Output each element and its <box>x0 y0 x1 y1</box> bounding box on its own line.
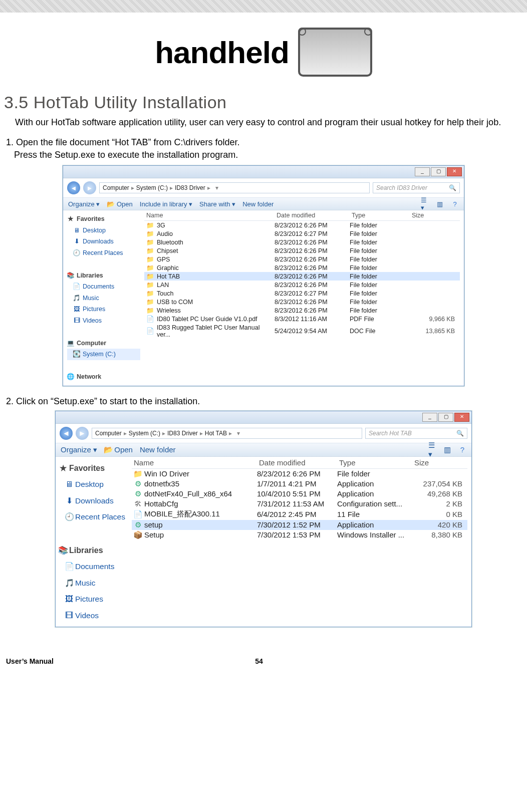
table-row[interactable]: 📁Hot TAB8/23/2012 6:26 PMFile folder <box>144 272 460 281</box>
table-row[interactable]: 📁Audio8/23/2012 6:27 PMFile folder <box>144 229 460 238</box>
table-row[interactable]: 📁USB to COM8/23/2012 6:26 PMFile folder <box>144 298 460 306</box>
breadcrumb-item[interactable]: ID83 Driver <box>167 430 198 437</box>
table-row[interactable]: 📁Wrieless8/23/2012 6:26 PMFile folder <box>144 306 460 315</box>
help-icon[interactable]: ? <box>458 446 466 454</box>
col-date[interactable]: Date modified <box>275 212 350 219</box>
nav-videos[interactable]: 🎞Videos <box>60 608 128 624</box>
breadcrumb-dropdown-icon[interactable]: ▾ <box>234 430 243 437</box>
breadcrumb-item[interactable]: Computer <box>95 430 122 437</box>
share-with-button[interactable]: Share with ▾ <box>199 200 235 208</box>
file-date-cell: 8/23/2012 6:26 PM <box>275 247 350 254</box>
close-button[interactable]: ✕ <box>454 413 469 422</box>
breadcrumb-item[interactable]: Hot TAB <box>205 430 227 437</box>
table-row[interactable]: 📁Graphic8/23/2012 6:26 PMFile folder <box>144 263 460 272</box>
table-row[interactable]: 📄MOBILE_搭配A300.116/4/2012 2:45 PM11 File… <box>132 509 467 520</box>
breadcrumb-item[interactable]: Computer <box>103 184 129 191</box>
new-folder-button[interactable]: New folder <box>242 200 274 208</box>
help-icon[interactable]: ? <box>451 200 459 208</box>
breadcrumb-item[interactable]: System (C:) <box>136 184 168 191</box>
table-row[interactable]: ⚙setup7/30/2012 1:52 PMApplication420 KB <box>132 520 467 530</box>
table-row[interactable]: 📄ID80 Tablet PC User Guide V1.0.pdf8/3/2… <box>144 315 460 323</box>
nav-favorites-header[interactable]: ★Favorites <box>67 213 140 225</box>
open-button[interactable]: 📂 Open <box>104 445 133 454</box>
new-folder-button[interactable]: New folder <box>140 445 176 454</box>
organize-button[interactable]: Organize ▾ <box>61 445 97 454</box>
view-options-icon[interactable]: ☰ ▾ <box>428 446 436 454</box>
nav-recent-places[interactable]: 🕘Recent Places <box>60 509 128 525</box>
table-row[interactable]: 🛠HottabCfg7/31/2012 11:53 AMConfiguratio… <box>132 499 467 509</box>
table-row[interactable]: 📁GPS8/23/2012 6:26 PMFile folder <box>144 255 460 263</box>
col-date[interactable]: Date modified <box>257 458 337 467</box>
breadcrumb[interactable]: Computer▸ System (C:)▸ ID83 Driver▸ ▾ <box>99 182 370 193</box>
table-row[interactable]: 📁Win IO Driver8/23/2012 6:26 PMFile fold… <box>132 469 467 479</box>
table-row[interactable]: 📦Setup7/30/2012 1:53 PMWindows Installer… <box>132 530 467 540</box>
nav-videos[interactable]: 🎞Videos <box>67 315 140 327</box>
nav-forward-button[interactable]: ► <box>83 181 96 194</box>
table-row[interactable]: 📁3G8/23/2012 6:26 PMFile folder <box>144 221 460 229</box>
nav-desktop[interactable]: 🖥Desktop <box>67 225 140 236</box>
nav-documents[interactable]: 📄Documents <box>67 281 140 293</box>
table-row[interactable]: 📁Bluetooth8/23/2012 6:26 PMFile folder <box>144 238 460 246</box>
maximize-button[interactable]: ▢ <box>431 167 446 176</box>
nav-downloads[interactable]: ⬇Downloads <box>67 236 140 247</box>
file-date-cell: 8/23/2012 6:26 PM <box>275 307 350 314</box>
nav-desktop[interactable]: 🖥Desktop <box>60 476 128 493</box>
nav-pane: ★Favorites 🖥Desktop ⬇Downloads 🕘Recent P… <box>56 457 132 627</box>
open-button[interactable]: 📂 Open <box>107 200 132 208</box>
nav-pictures[interactable]: 🖼Pictures <box>67 304 140 315</box>
table-row[interactable]: 📁Chipset8/23/2012 6:26 PMFile folder <box>144 246 460 255</box>
nav-favorites-header[interactable]: ★Favorites <box>60 460 128 477</box>
nav-pictures[interactable]: 🖼Pictures <box>60 591 128 608</box>
file-size-cell: 420 KB <box>412 520 467 529</box>
table-row[interactable]: 📄ID83 Rugged Tablet PC User Manual ver..… <box>144 323 460 339</box>
table-row[interactable]: 📁Touch8/23/2012 6:27 PMFile folder <box>144 289 460 298</box>
organize-button[interactable]: Organize ▾ <box>68 200 100 208</box>
nav-libraries-header[interactable]: 📚Libraries <box>60 542 128 559</box>
breadcrumb-dropdown-icon[interactable]: ▾ <box>212 184 221 191</box>
nav-libraries-header[interactable]: 📚Libraries <box>67 270 140 282</box>
col-type[interactable]: Type <box>350 212 410 219</box>
col-name[interactable]: Name <box>132 458 257 467</box>
nav-back-button[interactable]: ◄ <box>60 427 73 440</box>
col-type[interactable]: Type <box>337 458 412 467</box>
folder-icon: 📁 <box>146 282 154 289</box>
file-name-cell: 📁Chipset <box>144 247 275 254</box>
col-size[interactable]: Size <box>410 212 460 219</box>
search-input[interactable]: Search Hot TAB 🔍 <box>365 428 467 439</box>
nav-computer-header[interactable]: 💻Computer <box>67 338 140 349</box>
nav-back-button[interactable]: ◄ <box>67 181 80 194</box>
close-button[interactable]: ✕ <box>447 167 462 176</box>
col-size[interactable]: Size <box>412 458 467 467</box>
nav-downloads[interactable]: ⬇Downloads <box>60 493 128 509</box>
documents-icon: 📄 <box>66 563 73 570</box>
toolbar: Organize ▾ 📂 Open New folder ☰ ▾ ▥ ? <box>56 443 471 457</box>
titlebar: _ ▢ ✕ <box>63 166 464 178</box>
maximize-button[interactable]: ▢ <box>438 413 453 422</box>
nav-network-header[interactable]: 🌐Network <box>67 371 140 383</box>
preview-pane-icon[interactable]: ▥ <box>436 200 444 208</box>
table-row[interactable]: ⚙dotNetFx40_Full_x86_x6410/4/2010 5:51 P… <box>132 489 467 499</box>
column-headers[interactable]: Name Date modified Type Size <box>144 210 460 221</box>
search-input[interactable]: Search ID83 Driver 🔍 <box>373 182 460 193</box>
preview-pane-icon[interactable]: ▥ <box>443 446 451 454</box>
col-name[interactable]: Name <box>144 212 275 219</box>
breadcrumb-item[interactable]: System (C:) <box>129 430 160 437</box>
view-options-icon[interactable]: ☰ ▾ <box>421 200 429 208</box>
file-type-cell: Application <box>337 479 412 488</box>
breadcrumb[interactable]: Computer▸ System (C:)▸ ID83 Driver▸ Hot … <box>92 428 362 439</box>
nav-system-c[interactable]: 💽System (C:) <box>67 349 140 360</box>
minimize-button[interactable]: _ <box>422 413 437 422</box>
column-headers[interactable]: Name Date modified Type Size <box>132 457 467 469</box>
application-icon: ⚙ <box>134 480 142 487</box>
nav-forward-button[interactable]: ► <box>76 427 89 440</box>
nav-music[interactable]: 🎵Music <box>67 293 140 304</box>
include-in-library-button[interactable]: Include in library ▾ <box>140 200 192 208</box>
nav-documents[interactable]: 📄Documents <box>60 559 128 575</box>
table-row[interactable]: ⚙dotnetfx351/7/2011 4:21 PMApplication23… <box>132 479 467 489</box>
breadcrumb-item[interactable]: ID83 Driver <box>175 184 205 191</box>
table-row[interactable]: 📁LAN8/23/2012 6:26 PMFile folder <box>144 281 460 289</box>
file-name-cell: 📁Bluetooth <box>144 239 275 246</box>
minimize-button[interactable]: _ <box>415 167 430 176</box>
nav-music[interactable]: 🎵Music <box>60 575 128 592</box>
nav-recent-places[interactable]: 🕘Recent Places <box>67 247 140 259</box>
